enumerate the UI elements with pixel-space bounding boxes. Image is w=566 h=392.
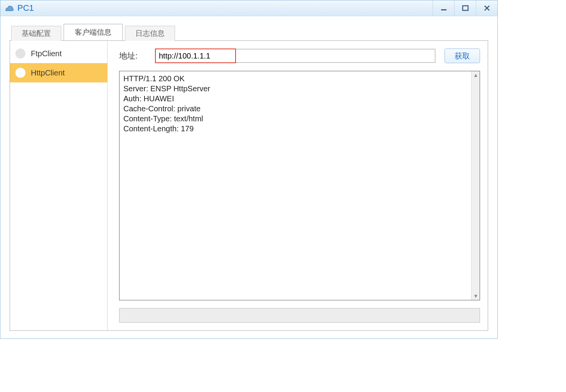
titlebar: PC1 <box>0 0 497 16</box>
close-button[interactable] <box>476 0 497 16</box>
response-box: HTTP/1.1 200 OK Server: ENSP HttpServer … <box>119 71 480 300</box>
tab-client-info[interactable]: 客户端信息 <box>64 24 123 40</box>
address-input[interactable] <box>159 49 232 62</box>
sidebar-item-ftpclient[interactable]: FtpClient <box>10 44 107 63</box>
app-icon <box>4 3 14 13</box>
circle-icon <box>15 68 25 78</box>
fetch-button[interactable]: 获取 <box>445 49 480 63</box>
scroll-down-icon: ▾ <box>474 293 477 299</box>
sidebar-item-label: HttpClient <box>31 69 65 77</box>
titlebar-left: PC1 <box>4 3 34 13</box>
scroll-up-icon: ▴ <box>474 72 477 78</box>
address-label: 地址: <box>119 50 146 61</box>
sidebar-item-label: FtpClient <box>31 49 62 58</box>
tab-basic-config[interactable]: 基础配置 <box>11 26 61 41</box>
window-controls <box>433 0 497 16</box>
address-input-container <box>155 49 435 63</box>
circle-icon <box>15 49 25 59</box>
content-area: 基础配置 客户端信息 日志信息 FtpClient HttpClient 地址: <box>0 16 497 338</box>
sidebar-item-httpclient[interactable]: HttpClient <box>10 63 107 82</box>
svg-rect-0 <box>441 9 446 10</box>
minimize-button[interactable] <box>433 0 454 16</box>
tabs: 基础配置 客户端信息 日志信息 <box>10 24 488 40</box>
address-row: 地址: 获取 <box>119 49 480 63</box>
tab-log-info[interactable]: 日志信息 <box>125 26 175 41</box>
app-title: PC1 <box>17 3 34 13</box>
status-bar <box>119 308 480 323</box>
app-window: PC1 基础配置 客户端信息 日志信息 FtpClient <box>0 0 498 339</box>
response-text: HTTP/1.1 200 OK Server: ENSP HttpServer … <box>120 71 471 300</box>
maximize-button[interactable] <box>454 0 476 16</box>
svg-rect-1 <box>463 6 468 10</box>
scrollbar-vertical[interactable]: ▴ ▾ <box>471 71 480 300</box>
sidebar: FtpClient HttpClient <box>10 41 108 330</box>
address-highlight-box <box>155 49 236 63</box>
main-panel: 地址: 获取 HTTP/1.1 200 OK Server: ENSP Http… <box>108 41 488 330</box>
body-panel: FtpClient HttpClient 地址: 获取 <box>10 40 488 331</box>
